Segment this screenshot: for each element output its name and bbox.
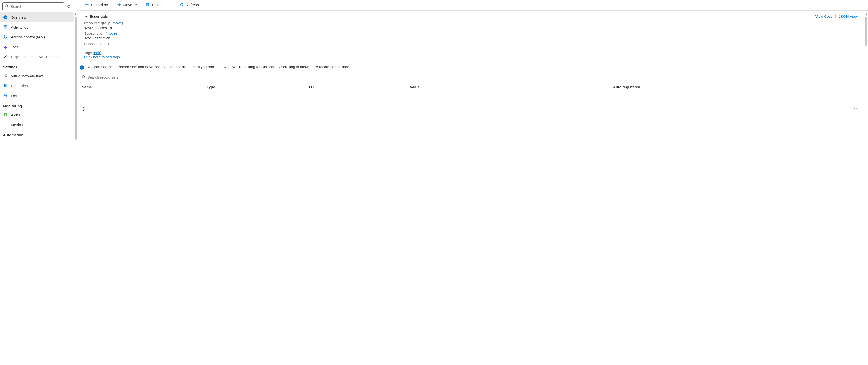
trash-icon <box>146 2 150 7</box>
button-label: Move <box>123 3 132 7</box>
record-set-button[interactable]: Record set <box>84 1 110 8</box>
essentials-toggle[interactable]: Essentials <box>84 14 108 19</box>
sidebar-item-label: Properties <box>11 84 28 88</box>
svg-rect-22 <box>5 115 6 116</box>
sidebar-item-metrics[interactable]: Metrics <box>0 120 74 130</box>
sidebar-item-label: Overview <box>11 15 26 20</box>
sidebar-section-automation: Automation <box>0 130 74 139</box>
button-label: Delete zone <box>152 3 172 7</box>
sidebar-item-tags[interactable]: Tags <box>0 42 74 52</box>
button-label: Refresh <box>186 3 199 7</box>
svg-rect-16 <box>4 84 5 87</box>
record-search[interactable] <box>80 73 861 81</box>
chevron-up-icon <box>84 15 88 18</box>
svg-rect-17 <box>5 84 6 87</box>
sidebar-item-properties[interactable]: Properties <box>0 81 74 91</box>
svg-line-1 <box>7 7 8 8</box>
dns-icon: DNS <box>3 15 8 20</box>
json-view-link[interactable]: JSON View <box>836 14 861 19</box>
record-search-input[interactable] <box>87 75 859 80</box>
delete-zone-button[interactable]: Delete zone <box>145 1 172 8</box>
sidebar-item-activity-log[interactable]: Activity log <box>0 22 74 32</box>
svg-point-10 <box>4 46 5 47</box>
sidebar-item-diagnose[interactable]: Diagnose and solve problems <box>0 52 74 62</box>
subscription-move-link[interactable]: move <box>107 31 116 35</box>
essentials-body: Resource group (move) MyResourceGrp Subs… <box>84 21 861 59</box>
row-context-menu[interactable]: ••• <box>814 92 861 114</box>
cell-auto-registered <box>611 92 814 114</box>
table-row[interactable]: @ ••• <box>80 92 861 114</box>
chevron-down-icon <box>134 3 137 6</box>
collapse-sidebar-button[interactable] <box>66 4 71 9</box>
wrench-icon <box>3 54 8 59</box>
lock-icon <box>3 93 8 98</box>
essentials-header: Essentials View Cost JSON View <box>84 13 861 21</box>
activity-log-icon <box>3 25 8 30</box>
move-button[interactable]: Move <box>116 1 138 8</box>
essentials-title: Essentials <box>90 14 108 19</box>
sidebar-item-label: Virtual network links <box>11 74 43 78</box>
info-icon: i <box>80 65 84 70</box>
tags-edit-link[interactable]: edit <box>94 51 100 55</box>
sidebar-section-monitoring: Monitoring <box>0 101 74 110</box>
sidebar-search[interactable] <box>2 2 64 10</box>
sidebar-search-input[interactable] <box>10 4 62 9</box>
svg-rect-21 <box>5 114 6 115</box>
subscription-label: Subscription (move) <box>84 31 861 35</box>
people-icon <box>3 34 8 39</box>
sidebar-item-alerts[interactable]: Alerts <box>0 110 74 120</box>
svg-point-8 <box>4 36 5 37</box>
metrics-icon <box>3 122 8 127</box>
tags-label: Tags (edit) <box>84 51 861 55</box>
refresh-icon <box>179 2 184 7</box>
more-icon: ••• <box>854 107 859 111</box>
col-type[interactable]: Type <box>205 83 306 92</box>
svg-line-14 <box>5 75 6 76</box>
sidebar-item-label: Tags <box>11 45 19 49</box>
sidebar-item-label: Locks <box>11 93 21 98</box>
sidebar-item-label: Diagnose and solve problems <box>11 55 60 59</box>
col-auto-registered[interactable]: Auto registered <box>611 83 814 92</box>
sidebar-item-label: Activity log <box>11 25 29 29</box>
cell-name: @ <box>80 92 205 114</box>
search-icon <box>82 75 85 79</box>
sidebar-item-vnet-links[interactable]: Virtual network links <box>0 71 74 81</box>
sidebar-item-locks[interactable]: Locks <box>0 91 74 101</box>
col-value[interactable]: Value <box>408 83 611 92</box>
sidebar-scrollbar[interactable]: ▲ <box>74 0 77 365</box>
main-scrollbar[interactable]: ▲ <box>865 0 868 365</box>
info-text: You can search for record sets that have… <box>87 65 350 69</box>
add-tags-link[interactable]: Click here to add tags <box>84 55 120 59</box>
sidebar-item-label: Metrics <box>11 123 23 127</box>
network-icon <box>3 74 8 78</box>
tag-icon <box>3 44 8 49</box>
sidebar-section-settings: Settings <box>0 62 74 71</box>
main-panel: Record set Move Delete zone <box>77 0 868 365</box>
search-icon <box>5 4 9 9</box>
arrow-right-icon <box>117 2 121 7</box>
sidebar-item-overview[interactable]: DNS Overview <box>0 12 74 22</box>
scroll-up-icon: ▲ <box>74 12 77 15</box>
col-ttl[interactable]: TTL <box>306 83 408 92</box>
command-bar: Record set Move Delete zone <box>77 0 868 10</box>
sidebar-item-access-control[interactable]: Access control (IAM) <box>0 32 74 42</box>
subscription-value: MySubscription <box>84 36 861 40</box>
resource-group-move-link[interactable]: move <box>113 21 122 25</box>
view-cost-link[interactable]: View Cost <box>812 14 835 19</box>
refresh-button[interactable]: Refresh <box>179 1 199 8</box>
info-message: i You can search for record sets that ha… <box>84 62 861 71</box>
scrollbar-thumb[interactable] <box>865 17 867 46</box>
alert-icon <box>3 112 8 117</box>
divider <box>3 139 71 139</box>
col-name[interactable]: Name <box>80 83 205 92</box>
scroll-up-icon: ▲ <box>865 12 868 15</box>
plus-icon <box>85 2 89 7</box>
record-sets-table: Name Type TTL Value Auto registered @ <box>80 83 861 113</box>
properties-icon <box>3 83 8 88</box>
cell-value <box>408 92 611 114</box>
svg-point-9 <box>6 36 7 37</box>
svg-rect-30 <box>147 4 149 6</box>
button-label: Record set <box>91 3 109 7</box>
cell-type <box>205 92 306 114</box>
scrollbar-thumb[interactable] <box>74 17 76 140</box>
